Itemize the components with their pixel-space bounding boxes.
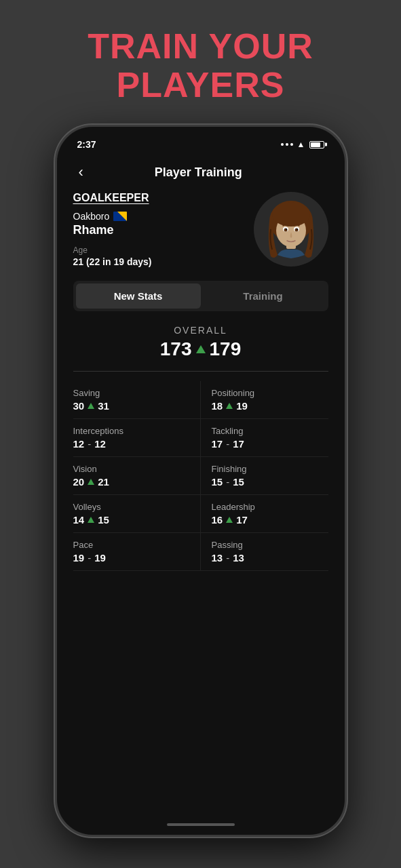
- stat-separator: -: [226, 438, 229, 450]
- stat-new: 31: [98, 400, 109, 412]
- stat-old: 20: [73, 476, 85, 488]
- stat-arrow: [226, 517, 233, 523]
- stat-item: Tackling17 - 17: [201, 419, 328, 457]
- overall-new: 179: [210, 338, 242, 360]
- stat-separator: -: [88, 552, 91, 564]
- home-bar: [167, 823, 235, 826]
- content-area: GOALKEEPER Oakboro Rhame Age 21 (22 in 1…: [57, 192, 345, 814]
- stat-arrow: [88, 403, 94, 409]
- stat-new: 19: [94, 552, 106, 564]
- stat-old: 14: [73, 514, 85, 526]
- stat-values: 2021: [73, 476, 189, 488]
- stat-values: 3031: [73, 400, 189, 412]
- battery-icon: [309, 141, 324, 149]
- status-time: 2:37: [77, 139, 96, 150]
- stat-values: 12 - 12: [73, 438, 189, 450]
- stat-arrow: [88, 479, 94, 485]
- stat-values: 1819: [212, 400, 328, 412]
- avatar-svg: [257, 195, 325, 263]
- overall-label: OVERALL: [73, 325, 328, 336]
- stat-old: 17: [212, 438, 223, 450]
- stat-old: 16: [212, 514, 223, 526]
- age-label: Age: [73, 245, 254, 255]
- main-headline: TRAIN YOUR PLAYERS: [88, 27, 313, 104]
- battery-fill: [311, 142, 320, 147]
- team-row: Oakboro: [73, 211, 254, 222]
- header-section: TRAIN YOUR PLAYERS: [88, 0, 313, 125]
- training-tab[interactable]: Training: [201, 283, 326, 309]
- svg-point-8: [297, 229, 298, 230]
- status-icons: ▲: [281, 140, 324, 149]
- stat-values: 1617: [212, 514, 328, 526]
- stat-name: Positioning: [212, 388, 328, 398]
- stat-item: Passing13 - 13: [201, 533, 328, 571]
- back-button[interactable]: ‹: [73, 161, 89, 184]
- stat-values: 19 - 19: [73, 552, 189, 564]
- stat-values: 1415: [73, 514, 189, 526]
- svg-point-9: [272, 202, 310, 226]
- stat-name: Finishing: [212, 464, 328, 474]
- screen-title: Player Training: [89, 165, 308, 180]
- stat-separator: -: [226, 552, 229, 564]
- stat-arrow: [88, 517, 94, 523]
- stat-item: Vision2021: [73, 457, 201, 495]
- status-bar: 2:37 ▲: [57, 127, 345, 155]
- player-section: GOALKEEPER Oakboro Rhame Age 21 (22 in 1…: [73, 192, 328, 267]
- stat-old: 18: [212, 400, 223, 412]
- stat-name: Leadership: [212, 502, 328, 512]
- stat-new: 17: [236, 514, 248, 526]
- stat-old: 15: [212, 476, 223, 488]
- team-name: Oakboro: [73, 211, 110, 222]
- stat-new: 21: [98, 476, 109, 488]
- overall-old: 173: [160, 338, 192, 360]
- tab-row: New Stats Training: [73, 281, 328, 311]
- phone-shell: 2:37 ▲ ‹ Player Training: [55, 125, 347, 837]
- position-label: GOALKEEPER: [73, 192, 254, 204]
- stat-old: 19: [73, 552, 85, 564]
- phone-frame: 2:37 ▲ ‹ Player Training: [55, 125, 347, 837]
- stat-new: 15: [233, 476, 244, 488]
- nav-bar: ‹ Player Training: [57, 155, 345, 192]
- stat-old: 12: [73, 438, 85, 450]
- wifi-icon: ▲: [297, 140, 305, 149]
- stat-name: Saving: [73, 388, 189, 398]
- stat-new: 12: [94, 438, 106, 450]
- stat-item: Interceptions12 - 12: [73, 419, 201, 457]
- stat-name: Pace: [73, 540, 189, 550]
- stat-name: Vision: [73, 464, 189, 474]
- svg-point-7: [286, 229, 287, 230]
- stat-separator: -: [88, 438, 91, 450]
- stat-values: 15 - 15: [212, 476, 328, 488]
- stat-separator: -: [226, 476, 229, 488]
- overall-up-arrow: [196, 345, 206, 353]
- flag-icon: [113, 212, 127, 221]
- stat-values: 13 - 13: [212, 552, 328, 564]
- stat-item: Pace19 - 19: [73, 533, 201, 571]
- stat-item: Finishing15 - 15: [201, 457, 328, 495]
- home-indicator: [57, 814, 345, 835]
- stat-name: Tackling: [212, 426, 328, 436]
- player-name: Rhame: [73, 223, 254, 237]
- stat-name: Interceptions: [73, 426, 189, 436]
- stats-grid: Saving3031Positioning1819Interceptions12…: [73, 381, 328, 571]
- stat-values: 17 - 17: [212, 438, 328, 450]
- stat-item: Positioning1819: [201, 381, 328, 419]
- stat-arrow: [226, 403, 233, 409]
- stat-new: 19: [236, 400, 248, 412]
- age-value: 21 (22 in 19 days): [73, 256, 254, 267]
- overall-section: OVERALL 173 179: [73, 325, 328, 360]
- power-button: [345, 249, 347, 290]
- volume-down-button: [55, 273, 56, 300]
- stat-item: Saving3031: [73, 381, 201, 419]
- new-stats-tab[interactable]: New Stats: [76, 283, 201, 309]
- volume-up-button: [55, 235, 56, 262]
- phone-screen: 2:37 ▲ ‹ Player Training: [57, 127, 345, 835]
- stat-new: 13: [233, 552, 244, 564]
- svg-point-6: [294, 229, 298, 232]
- player-avatar: [254, 192, 328, 267]
- stat-new: 15: [98, 514, 109, 526]
- overall-divider: [73, 371, 328, 372]
- stat-old: 30: [73, 400, 85, 412]
- signal-dots: [281, 143, 293, 146]
- stat-old: 13: [212, 552, 223, 564]
